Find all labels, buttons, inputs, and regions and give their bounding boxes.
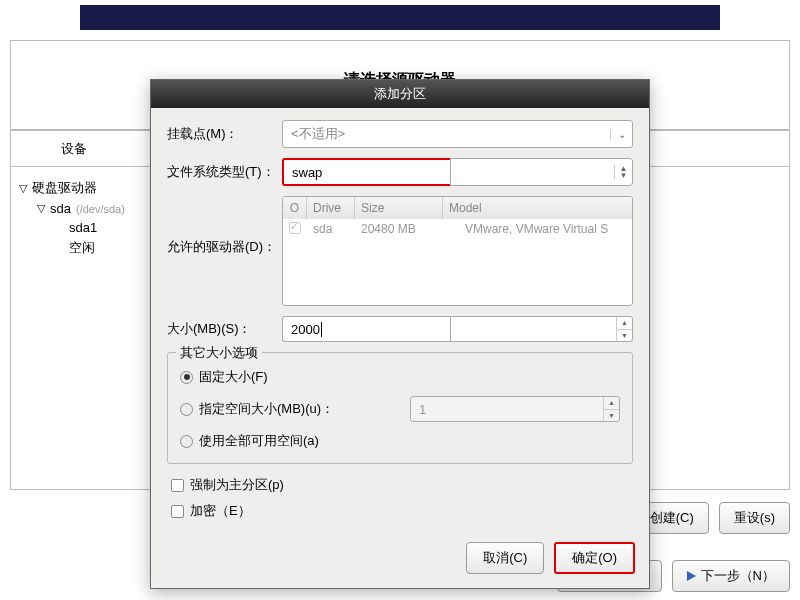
- chevron-down-icon[interactable]: ▽: [19, 182, 27, 195]
- radio-fill-max[interactable]: 使用全部可用空间(a): [180, 427, 620, 455]
- radio-fixed[interactable]: 固定大小(F): [180, 363, 620, 391]
- extra-size-fieldset: 其它大小选项 固定大小(F) 指定空间大小(MB)(u)： 1 ▲▼ 使用全部可…: [167, 352, 633, 464]
- size-input[interactable]: 2000: [283, 317, 450, 341]
- size-label: 大小(MB)(S)：: [167, 320, 282, 338]
- drive-row-check[interactable]: [283, 222, 307, 237]
- spinner-up-icon: ▲: [617, 317, 632, 330]
- drive-th-drive[interactable]: Drive: [307, 197, 355, 219]
- device-column-header[interactable]: 设备: [11, 140, 137, 158]
- radio-fixed-label: 固定大小(F): [199, 368, 268, 386]
- next-button[interactable]: 下一步（N）: [672, 560, 790, 592]
- drive-th-check[interactable]: O: [283, 197, 307, 219]
- spinner-buttons[interactable]: ▲▼: [616, 317, 632, 341]
- fill-to-value: 1: [411, 397, 603, 421]
- drive-row[interactable]: sda 20480 MB VMware, VMware Virtual S: [283, 219, 632, 240]
- fs-type-dropdown[interactable]: ▲▼: [450, 158, 633, 186]
- checkbox-icon: [171, 479, 184, 492]
- radio-fill-to-label: 指定空间大小(MB)(u)：: [199, 400, 334, 418]
- allowed-drives-table: O Drive Size Model sda 20480 MB VMware, …: [282, 196, 633, 306]
- checkmark-icon: [289, 222, 301, 234]
- spinner-down-icon: ▼: [604, 410, 619, 422]
- mount-point-value: <不适用>: [283, 125, 610, 143]
- ok-button[interactable]: 确定(O): [554, 542, 635, 574]
- fs-type-highlight: swap: [282, 158, 450, 186]
- dialog-buttons: 取消(C) 确定(O): [151, 536, 649, 588]
- tree-partition-label: sda1: [69, 220, 97, 235]
- extra-size-legend: 其它大小选项: [176, 344, 262, 362]
- radio-icon: [180, 435, 193, 448]
- allowed-drives-label: 允许的驱动器(D)：: [167, 196, 282, 256]
- spinner-up-icon: ▲: [604, 397, 619, 410]
- tree-free-label: 空闲: [69, 239, 95, 257]
- chevron-down-icon[interactable]: ▽: [37, 202, 45, 215]
- fs-type-label: 文件系统类型(T)：: [167, 163, 282, 181]
- fs-type-value[interactable]: swap: [284, 165, 450, 180]
- radio-fill-to[interactable]: 指定空间大小(MB)(u)： 1 ▲▼: [180, 391, 620, 427]
- force-primary-label: 强制为主分区(p): [190, 476, 284, 494]
- drive-row-size: 20480 MB: [355, 222, 443, 237]
- spinner-down-icon: ▼: [617, 330, 632, 342]
- mount-point-dropdown[interactable]: <不适用> ⌄: [282, 120, 633, 148]
- drive-th-size[interactable]: Size: [355, 197, 443, 219]
- encrypt-label: 加密（E）: [190, 502, 251, 520]
- drive-table-header: O Drive Size Model: [283, 197, 632, 219]
- cancel-button[interactable]: 取消(C): [466, 542, 544, 574]
- chevron-down-icon: ⌄: [610, 129, 632, 140]
- drive-th-model[interactable]: Model: [443, 197, 632, 219]
- drive-row-drive: sda: [307, 222, 355, 237]
- radio-fill-max-label: 使用全部可用空间(a): [199, 432, 319, 450]
- fill-to-spinner: 1 ▲▼: [410, 396, 620, 422]
- text-cursor: [321, 322, 322, 337]
- top-banner: [80, 5, 720, 30]
- drive-row-model: VMware, VMware Virtual S: [443, 222, 632, 237]
- checkbox-icon: [171, 505, 184, 518]
- size-spinner[interactable]: ▲▼: [450, 316, 633, 342]
- add-partition-dialog: 添加分区 挂载点(M)： <不适用> ⌄ 文件系统类型(T)： swap ▲▼: [150, 79, 650, 589]
- spinner-buttons: ▲▼: [603, 397, 619, 421]
- encrypt-checkbox[interactable]: 加密（E）: [167, 498, 633, 524]
- dialog-title: 添加分区: [151, 80, 649, 108]
- size-highlight: 2000: [282, 316, 450, 342]
- radio-icon: [180, 403, 193, 416]
- reset-button[interactable]: 重设(s): [719, 502, 790, 534]
- table-action-buttons: 创建(C) 重设(s): [635, 502, 790, 534]
- arrow-right-icon: [687, 571, 696, 581]
- radio-icon: [180, 371, 193, 384]
- tree-disk-label: sda: [50, 201, 71, 216]
- updown-icon: ▲▼: [614, 165, 632, 179]
- force-primary-checkbox[interactable]: 强制为主分区(p): [167, 472, 633, 498]
- tree-disk-devpath: (/dev/sda): [76, 203, 125, 215]
- tree-root-label: 硬盘驱动器: [32, 179, 97, 197]
- mount-point-label: 挂载点(M)：: [167, 125, 282, 143]
